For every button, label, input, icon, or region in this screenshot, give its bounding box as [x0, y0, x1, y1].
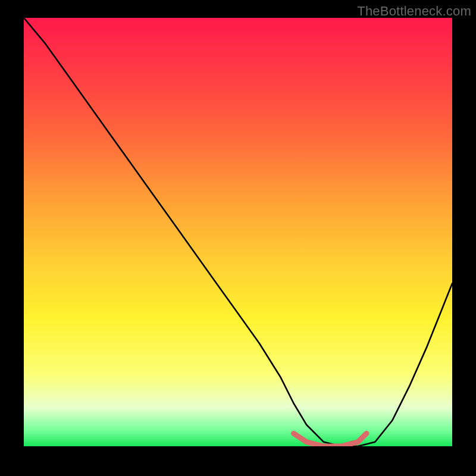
sweet-spot-highlight	[294, 433, 367, 446]
chart-container: TheBottleneck.com	[0, 0, 476, 476]
plot-area	[24, 18, 452, 446]
bottleneck-curve	[24, 18, 452, 446]
watermark: TheBottleneck.com	[357, 4, 471, 19]
curve-layer	[24, 18, 452, 446]
